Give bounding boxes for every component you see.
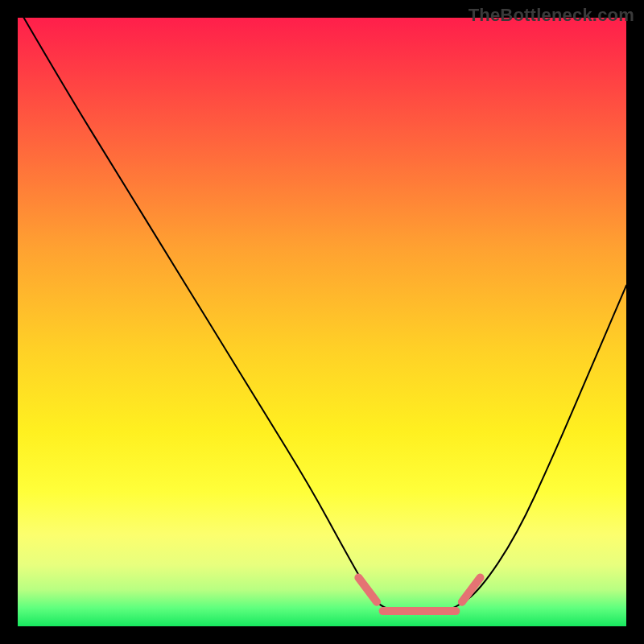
curve-overlay (18, 18, 626, 626)
series-flat-minimum-highlight (358, 578, 377, 602)
series-layer (24, 18, 626, 614)
series-bottleneck-curve (24, 18, 626, 614)
chart-stage: TheBottleneck.com (0, 0, 644, 644)
watermark-text: TheBottleneck.com (469, 5, 634, 26)
